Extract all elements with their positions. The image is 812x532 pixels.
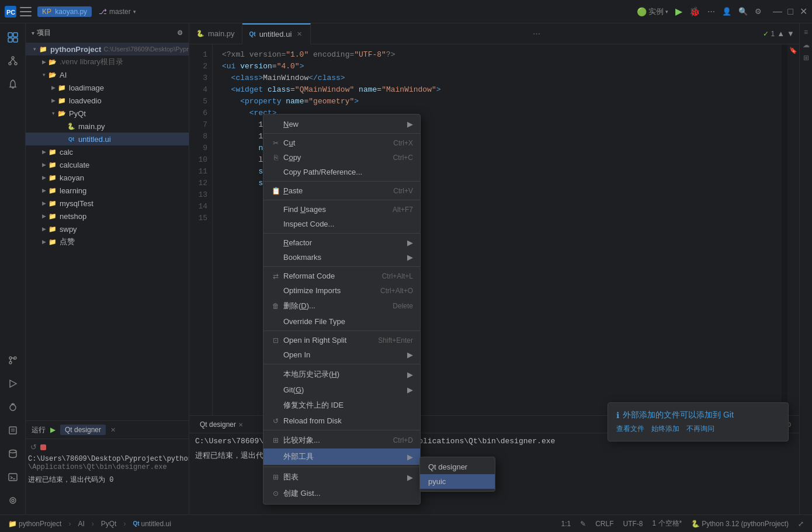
context-menu: New ▶ ✂ Cut Ctrl+X ⎘ Copy Ctrl+C Copy Pa… — [263, 114, 421, 505]
submenu-arrow-icon: ▶ — [407, 473, 413, 482]
ctx-separator — [263, 266, 420, 267]
ctx-separator — [263, 181, 420, 182]
submenu-external-tools: Qt designer pyuic — [419, 457, 495, 492]
ctx-diagrams[interactable]: ⊞ 图表 ▶ — [263, 469, 420, 485]
ctx-separator — [263, 133, 420, 134]
submenu-arrow-icon: ▶ — [407, 370, 413, 379]
git-notification: ℹ 外部添加的文件可以添加到 Git 查看文件 始终添加 不再询问 — [608, 402, 789, 441]
ctx-inspect-code[interactable]: Inspect Code... — [263, 217, 420, 231]
ctx-cut[interactable]: ✂ Cut Ctrl+X — [263, 135, 420, 150]
ctx-fix-ide[interactable]: 修复文件上的 IDE — [263, 397, 420, 413]
copy-icon: ⎘ — [270, 154, 281, 162]
submenu-arrow-icon: ▶ — [407, 120, 413, 128]
ctx-refactor[interactable]: Refactor ▶ — [263, 235, 420, 250]
ctx-separator — [263, 233, 420, 234]
ctx-local-history[interactable]: 本地历史记录(H) ▶ — [263, 366, 420, 383]
ctx-override-file-type[interactable]: Override File Type — [263, 314, 420, 329]
delete-icon: 🗑 — [270, 302, 281, 310]
paste-icon: 📋 — [270, 187, 281, 195]
gist-icon: ⊙ — [270, 489, 281, 498]
ctx-separator — [263, 467, 420, 467]
submenu-arrow-icon: ▶ — [407, 453, 413, 461]
ctx-copy-path[interactable]: Copy Path/Reference... — [263, 165, 420, 179]
ctx-new[interactable]: New ▶ — [263, 117, 420, 131]
ctx-reload-from-disk[interactable]: ↺ Reload from Disk — [263, 413, 420, 428]
ctx-copy[interactable]: ⎘ Copy Ctrl+C — [263, 150, 420, 165]
ctx-git[interactable]: Git(G) ▶ — [263, 383, 420, 397]
ctx-separator — [263, 430, 420, 430]
split-icon: ⊡ — [270, 336, 281, 345]
reformat-icon: ⇄ — [270, 272, 281, 280]
ctx-optimize-imports[interactable]: Optimize Imports Ctrl+Alt+O — [263, 283, 420, 298]
submenu-qt-designer[interactable]: Qt designer — [420, 460, 495, 474]
submenu-pyuic[interactable]: pyuic — [420, 474, 495, 489]
ctx-open-in[interactable]: Open In ▶ — [263, 347, 420, 362]
cut-icon: ✂ — [270, 139, 281, 147]
ctx-paste[interactable]: 📋 Paste Ctrl+V — [263, 183, 420, 198]
submenu-arrow-icon: ▶ — [407, 385, 413, 394]
git-always-add-link[interactable]: 始终添加 — [651, 424, 679, 434]
submenu-arrow-icon: ▶ — [407, 253, 413, 262]
submenu-arrow-icon: ▶ — [407, 350, 413, 359]
ctx-find-usages[interactable]: Find Usages Alt+F7 — [263, 202, 420, 217]
ctx-delete[interactable]: 🗑 删除(D)... Delete — [263, 298, 420, 314]
ctx-separator — [263, 200, 420, 200]
ctx-external-tools[interactable]: 外部工具 ▶ — [263, 448, 420, 465]
ctx-separator — [263, 364, 420, 364]
ctx-open-right-split[interactable]: ⊡ Open in Right Split Shift+Enter — [263, 333, 420, 347]
ctx-separator — [263, 331, 420, 331]
git-dont-ask-link[interactable]: 不再询问 — [686, 424, 714, 434]
git-view-file-link[interactable]: 查看文件 — [616, 424, 644, 434]
submenu-arrow-icon: ▶ — [407, 238, 413, 247]
diagram-icon: ⊞ — [270, 473, 281, 481]
ctx-reformat-code[interactable]: ⇄ Reformat Code Ctrl+Alt+L — [263, 269, 420, 283]
compare-icon: ⊞ — [270, 436, 281, 444]
reload-icon: ↺ — [270, 417, 281, 425]
git-info-icon: ℹ — [616, 411, 619, 420]
ctx-create-gist[interactable]: ⊙ 创建 Gist... — [263, 485, 420, 502]
context-menu-overlay[interactable]: New ▶ ✂ Cut Ctrl+X ⎘ Copy Ctrl+C Copy Pa… — [0, 0, 812, 532]
ctx-compare[interactable]: ⊞ 比较对象... Ctrl+D — [263, 432, 420, 448]
ctx-bookmarks[interactable]: Bookmarks ▶ — [263, 250, 420, 265]
